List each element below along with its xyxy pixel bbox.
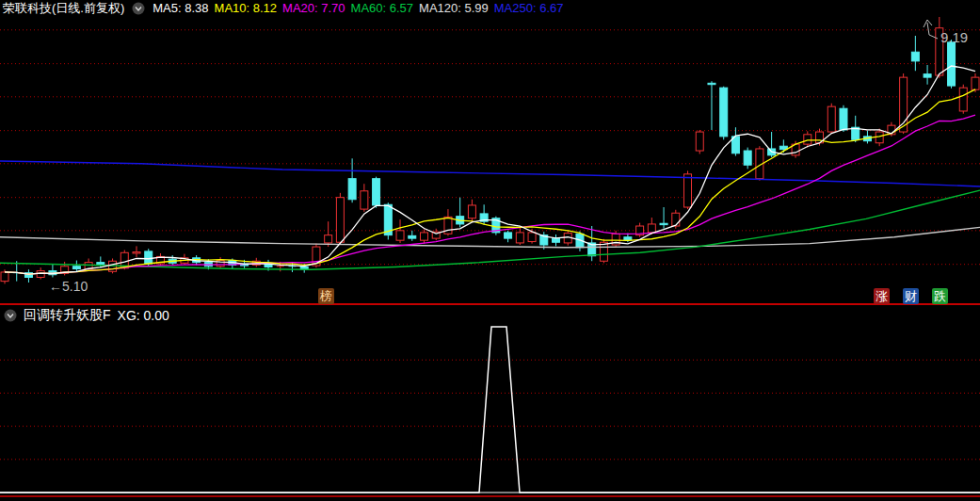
collapse-panel-icon[interactable] (132, 2, 145, 15)
ma-label: MA250: 6.67 (494, 1, 564, 15)
ma20-line (5, 115, 975, 274)
ma-label: MA120: 5.99 (419, 1, 489, 15)
stock-title: 荣联科技(日线.前复权) (3, 0, 124, 17)
xg-signal-spike (0, 327, 980, 493)
ma-label: MA60: 6.57 (351, 1, 414, 15)
down-tag-button[interactable]: 跌 (932, 288, 948, 304)
up-tag-button[interactable]: 涨 (874, 288, 890, 304)
collapse-subpanel-icon[interactable] (4, 309, 17, 322)
ma-legend: MA5: 8.38MA10: 8.12MA20: 7.70MA60: 6.57M… (153, 1, 569, 15)
indicator-value: XG: 0.00 (118, 308, 169, 323)
sub-chart-canvas[interactable] (0, 305, 980, 501)
high-price-label: 9.19 (940, 29, 968, 45)
wealth-tag-button[interactable]: 财 (903, 288, 919, 304)
main-chart-header: 荣联科技(日线.前复权) MA5: 8.38MA10: 8.12MA20: 7.… (0, 0, 980, 16)
low-price-label: ←5.10 (49, 279, 88, 294)
candles (1, 17, 979, 283)
rank-tag-button[interactable]: 榜 (318, 288, 334, 304)
ma-label: MA10: 8.12 (215, 1, 278, 15)
ma-label: MA5: 8.38 (153, 1, 208, 15)
ma-label: MA20: 7.70 (282, 1, 345, 15)
indicator-name: 回调转升妖股F (24, 307, 111, 324)
stock-chart-app: 荣联科技(日线.前复权) MA5: 8.38MA10: 8.12MA20: 7.… (0, 0, 980, 501)
ma250-line (0, 161, 980, 186)
sub-panel-header: 回调转升妖股F XG: 0.00 (4, 306, 169, 325)
panel-divider (0, 303, 980, 305)
main-chart-canvas[interactable]: ←5.109.19 (0, 15, 980, 304)
